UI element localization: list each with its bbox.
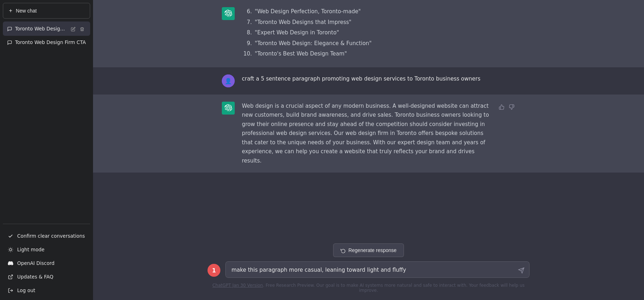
svg-line-4 (12, 251, 12, 251)
sidebar-item-confirm-clear[interactable]: Confirm clear conversations (3, 229, 90, 243)
sidebar-item-chat2[interactable]: Toronto Web Design Firm CTA (3, 36, 90, 49)
plus-icon: + (9, 8, 12, 14)
message-inner-list: 6."Web Design Perfection, Toronto-made" … (208, 7, 530, 60)
chat-icon2 (7, 39, 12, 45)
svg-point-0 (9, 248, 11, 251)
user-message-text: craft a 5 sentence paragraph promoting w… (242, 76, 480, 82)
thumbs-down-button[interactable] (508, 103, 515, 111)
send-button[interactable] (517, 266, 525, 275)
chat-item-label: Toronto Web Design SI (15, 26, 67, 32)
list-item: 7."Toronto Web Designs that Impress" (242, 18, 515, 27)
message-block-user: 👤 craft a 5 sentence paragraph promoting… (93, 67, 644, 95)
chat-icon (7, 26, 12, 32)
main-content: 6."Web Design Perfection, Toronto-made" … (93, 0, 644, 300)
new-chat-button[interactable]: + New chat (3, 3, 90, 19)
delete-chat-button[interactable] (78, 25, 86, 32)
chat-messages: 6."Web Design Perfection, Toronto-made" … (93, 0, 644, 239)
input-box-wrapper (225, 261, 530, 279)
chatgpt-avatar (222, 102, 235, 115)
thumbs-up-button[interactable] (498, 103, 505, 111)
logout-label: Log out (17, 287, 35, 293)
footer-description: . Free Research Preview. Our goal is to … (263, 283, 525, 293)
svg-line-7 (9, 251, 9, 251)
numbered-list: 6."Web Design Perfection, Toronto-made" … (242, 7, 515, 59)
external-link-icon (7, 274, 14, 280)
chatgpt-avatar-list (222, 7, 235, 20)
user-avatar: 👤 (222, 74, 235, 87)
sidebar: + New chat Toronto Web Design SI (0, 0, 93, 300)
edit-chat-button[interactable] (69, 25, 77, 32)
updates-label: Updates & FAQ (17, 274, 53, 280)
assistant-message-text: Web design is a crucial aspect of any mo… (242, 103, 489, 164)
list-item: 10."Toronto's Best Web Design Team" (242, 49, 515, 59)
regenerate-button[interactable]: Regenerate response (333, 243, 404, 257)
sidebar-item-logout[interactable]: Log out (3, 284, 90, 297)
message-content-user: craft a 5 sentence paragraph promoting w… (242, 74, 515, 84)
sidebar-item-chat1[interactable]: Toronto Web Design SI (3, 21, 90, 36)
list-item: 9."Toronto Web Design: Elegance & Functi… (242, 39, 515, 48)
svg-line-9 (10, 275, 13, 277)
user-number: 1 (212, 267, 216, 274)
regenerate-icon (341, 247, 346, 253)
sidebar-divider (3, 224, 90, 224)
chat-list: Toronto Web Design SI (3, 20, 90, 222)
discord-icon (7, 260, 14, 266)
discord-label: OpenAI Discord (17, 260, 54, 266)
confirm-clear-label: Confirm clear conversations (17, 233, 85, 239)
svg-line-3 (9, 248, 9, 248)
input-area: Regenerate response 1 ChatGPT Jan 30 Ver… (93, 239, 644, 300)
light-mode-label: Light mode (17, 247, 44, 252)
sidebar-item-discord[interactable]: OpenAI Discord (3, 256, 90, 270)
new-chat-label: New chat (16, 8, 36, 14)
sun-icon (7, 246, 14, 253)
input-row: 1 (208, 261, 530, 279)
svg-text:👤: 👤 (225, 78, 232, 84)
user-number-badge: 1 (208, 264, 220, 277)
message-actions (498, 102, 515, 111)
regenerate-label: Regenerate response (348, 247, 397, 253)
footer-text: ChatGPT Jan 30 Version. Free Research Pr… (208, 283, 530, 293)
check-icon (7, 233, 14, 239)
regenerate-row: Regenerate response (107, 243, 630, 257)
chat-input[interactable] (225, 261, 530, 278)
message-content-list: 6."Web Design Perfection, Toronto-made" … (242, 7, 515, 60)
list-item: 8."Expert Web Design in Toronto" (242, 28, 515, 38)
list-item: 6."Web Design Perfection, Toronto-made" (242, 7, 515, 16)
message-block-assistant: Web design is a crucial aspect of any mo… (93, 95, 644, 173)
sidebar-item-updates[interactable]: Updates & FAQ (3, 270, 90, 284)
sidebar-bottom: Confirm clear conversations Light mode (3, 226, 90, 300)
message-inner-user: 👤 craft a 5 sentence paragraph promoting… (208, 74, 530, 87)
message-content-assistant: Web design is a crucial aspect of any mo… (242, 102, 491, 166)
message-block-list: 6."Web Design Perfection, Toronto-made" … (93, 0, 644, 67)
chat-item-label2: Toronto Web Design Firm CTA (15, 39, 86, 45)
message-inner-assistant: Web design is a crucial aspect of any mo… (208, 102, 530, 166)
logout-icon (7, 287, 14, 294)
footer-link[interactable]: ChatGPT Jan 30 Version (213, 283, 263, 288)
svg-line-8 (12, 248, 12, 248)
chat-item-actions (69, 25, 86, 32)
sidebar-item-light-mode[interactable]: Light mode (3, 243, 90, 256)
